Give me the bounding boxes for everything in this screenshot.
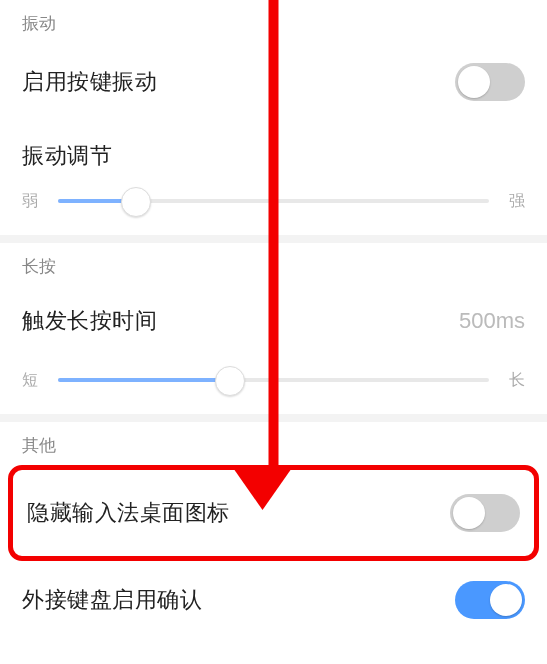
vibration-slider-min: 弱	[22, 191, 46, 212]
longpress-slider-row[interactable]: 短 长	[0, 356, 547, 414]
external-keyboard-confirm-label: 外接键盘启用确认	[22, 585, 202, 615]
longpress-slider[interactable]	[58, 366, 489, 394]
longpress-time-value: 500ms	[459, 308, 525, 334]
section-header-vibration: 振动	[0, 0, 547, 43]
enable-key-vibration-label: 启用按键振动	[22, 67, 157, 97]
vibration-slider[interactable]	[58, 187, 489, 215]
hide-desktop-icon-toggle[interactable]	[450, 494, 520, 532]
section-header-longpress: 长按	[0, 243, 547, 286]
hide-desktop-icon-label: 隐藏输入法桌面图标	[27, 498, 230, 528]
longpress-time-label: 触发长按时间	[22, 306, 157, 336]
longpress-slider-max: 长	[501, 370, 525, 391]
enable-key-vibration-toggle[interactable]	[455, 63, 525, 101]
row-enable-key-vibration[interactable]: 启用按键振动	[0, 43, 547, 121]
annotation-highlight: 隐藏输入法桌面图标	[8, 465, 539, 561]
vibration-adjust-label: 振动调节	[22, 141, 112, 171]
row-longpress-time[interactable]: 触发长按时间 500ms	[0, 286, 547, 356]
external-keyboard-confirm-toggle[interactable]	[455, 581, 525, 619]
section-divider	[0, 414, 547, 422]
vibration-slider-max: 强	[501, 191, 525, 212]
row-hide-desktop-icon[interactable]: 隐藏输入法桌面图标	[13, 470, 534, 556]
section-divider	[0, 235, 547, 243]
row-external-keyboard-confirm[interactable]: 外接键盘启用确认	[0, 561, 547, 639]
row-vibration-adjust-label: 振动调节	[0, 121, 547, 177]
section-header-other: 其他	[0, 422, 547, 465]
vibration-slider-row[interactable]: 弱 强	[0, 177, 547, 235]
longpress-slider-min: 短	[22, 370, 46, 391]
